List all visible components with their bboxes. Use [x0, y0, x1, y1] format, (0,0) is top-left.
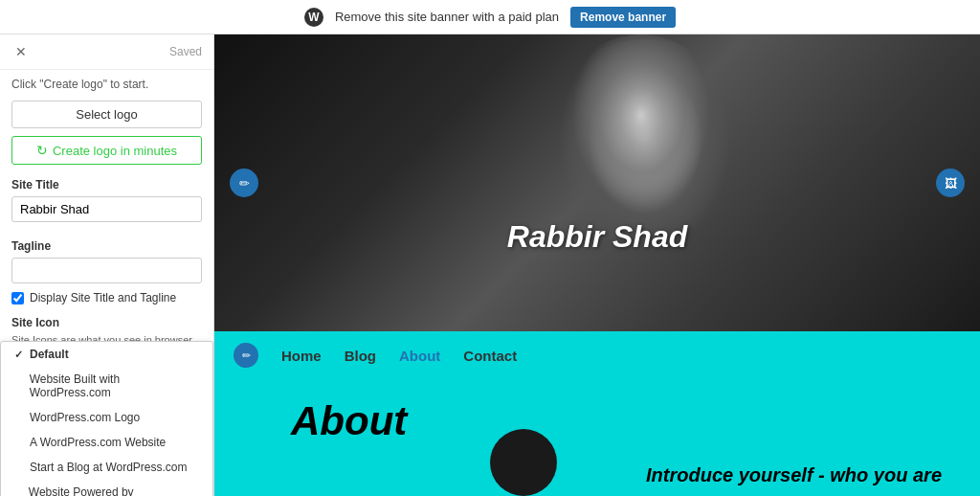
nav-item-home[interactable]: Home	[281, 348, 322, 364]
preview-area: ✏ 🖼 Rabbir Shad ✏ Home Blog About Contac…	[214, 34, 980, 496]
dropdown-item-2[interactable]: WordPress.com Logo	[1, 405, 212, 430]
dropdown-label-4: Start a Blog at WordPress.com	[30, 461, 188, 474]
tagline-input[interactable]	[11, 258, 202, 283]
create-logo-label: Create logo in minutes	[53, 144, 177, 158]
avatar-circle	[490, 429, 557, 496]
hero-image-button[interactable]: 🖼	[936, 169, 965, 197]
dropdown-label-5: Website Powered by WordPress.com	[29, 485, 199, 496]
select-logo-button[interactable]: Select logo	[11, 101, 202, 128]
dropdown-item-4[interactable]: Start a Blog at WordPress.com	[1, 455, 212, 480]
banner-message: Remove this site banner with a paid plan	[335, 10, 559, 24]
display-title-row: Display Site Title and Tagline	[11, 291, 202, 304]
dropdown-item-3[interactable]: A WordPress.com Website	[1, 430, 212, 455]
navigation-bar: ✏ Home Blog About Contact	[214, 331, 980, 379]
sidebar: ✕ Saved Click "Create logo" to start. Se…	[0, 34, 214, 496]
dropdown-label-3: A WordPress.com Website	[30, 436, 166, 449]
nav-item-about[interactable]: About	[399, 348, 440, 364]
close-button[interactable]: ✕	[11, 42, 31, 61]
saved-label: Saved	[169, 45, 202, 58]
sidebar-header: ✕ Saved	[0, 34, 213, 70]
hero-site-name: Rabbir Shad	[507, 219, 687, 255]
dropdown-item-5[interactable]: Website Powered by WordPress.com	[1, 480, 212, 496]
hero-section: ✏ 🖼 Rabbir Shad	[214, 34, 980, 331]
create-logo-icon: ↻	[36, 143, 48, 158]
tagline-label: Tagline	[11, 239, 202, 253]
site-icon-title: Site Icon	[11, 316, 202, 329]
site-title-input[interactable]	[11, 196, 202, 222]
dropdown-label-1: Website Built with WordPress.com	[30, 372, 199, 399]
dropdown-item-1[interactable]: Website Built with WordPress.com	[1, 367, 212, 405]
hero-edit-button[interactable]: ✏	[230, 169, 258, 197]
display-title-checkbox[interactable]	[11, 292, 24, 304]
dropdown-label-2: WordPress.com Logo	[30, 411, 140, 424]
intro-teaser: Introduce yourself - who you are	[646, 464, 942, 486]
hero-background	[214, 34, 980, 331]
nav-item-blog[interactable]: Blog	[345, 348, 376, 364]
page-heading: About	[291, 398, 903, 444]
create-logo-button[interactable]: ↻ Create logo in minutes	[11, 136, 202, 165]
content-section: About Introduce yourself - who you are	[214, 379, 980, 496]
remove-banner-button[interactable]: Remove banner	[570, 7, 676, 28]
main-area: ✕ Saved Click "Create logo" to start. Se…	[0, 34, 980, 496]
nav-edit-button[interactable]: ✏	[234, 343, 258, 368]
wordpress-icon: W	[304, 8, 323, 27]
site-title-label: Site Title	[11, 178, 202, 192]
start-text: Click "Create logo" to start.	[11, 78, 202, 91]
checkmark-icon: ✓	[14, 349, 26, 361]
site-banner: W Remove this site banner with a paid pl…	[0, 0, 980, 34]
nav-item-contact[interactable]: Contact	[463, 348, 517, 364]
display-title-label: Display Site Title and Tagline	[30, 291, 176, 304]
dropdown-label-0: Default	[30, 348, 69, 361]
site-icon-dropdown: ✓ Default Website Built with WordPress.c…	[0, 341, 213, 496]
dropdown-item-default[interactable]: ✓ Default	[1, 342, 212, 367]
